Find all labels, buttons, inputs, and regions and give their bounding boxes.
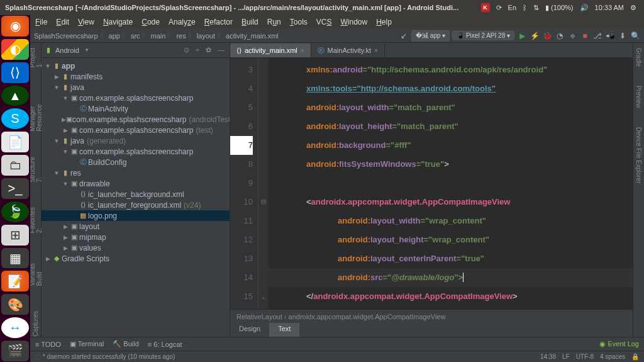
close-icon[interactable]: × [301, 47, 304, 54]
line-ending[interactable]: LF [562, 353, 570, 360]
android-studio-icon[interactable]: ▲ [1, 86, 29, 106]
vscode-icon[interactable]: ⟨⟩ [1, 62, 29, 83]
crumb[interactable]: res [176, 32, 186, 40]
menu-build[interactable]: Build [242, 18, 258, 26]
menu-vcs[interactable]: VCS [316, 18, 332, 26]
tool-resman[interactable]: Resource Manager [30, 93, 43, 132]
attach-icon[interactable]: ⎆ [567, 31, 577, 41]
menu-window[interactable]: Window [340, 18, 367, 26]
collapse-icon[interactable]: ÷ [196, 46, 199, 54]
tree-gradle[interactable]: ▶◆Gradle Scripts [42, 253, 230, 264]
tool-preview[interactable]: Preview [635, 86, 642, 108]
editor-breadcrumb[interactable]: RelativeLayout › androidx.appcompat.widg… [230, 309, 633, 323]
menu-view[interactable]: View [78, 18, 94, 26]
tree-pkg-androidtest[interactable]: ▶▣com.example.splashscreencsharp(android… [42, 114, 230, 125]
tool-captures[interactable]: Captures [32, 311, 39, 337]
clock[interactable]: 10:33 AM [595, 4, 624, 11]
gear-icon[interactable]: ✿ [206, 46, 211, 54]
mongo-icon[interactable]: 🍃 [1, 201, 29, 222]
tool-gradle[interactable]: Gradle [635, 48, 642, 67]
lang-indicator[interactable]: En [508, 4, 516, 11]
menu-tools[interactable]: Tools [290, 18, 308, 26]
lock-icon[interactable]: 🔒 [631, 353, 639, 360]
debug-icon[interactable]: 🐞 [542, 31, 552, 41]
gimp-icon[interactable]: 🎨 [1, 294, 29, 315]
media-icon[interactable]: 🎬 [1, 341, 29, 361]
skype-icon[interactable]: S [1, 108, 29, 129]
calc-icon[interactable]: ⊞ [1, 225, 29, 246]
crumb[interactable]: layout [197, 32, 215, 40]
menu-analyze[interactable]: Analyze [169, 18, 196, 26]
volume-icon[interactable]: 🔊 [580, 4, 589, 12]
design-tab[interactable]: Design [230, 323, 269, 337]
tree-pkg-test[interactable]: ▶▣com.example.splashscreencsharp(test) [42, 125, 230, 135]
tree-drawable[interactable]: ▼▣drawable [42, 178, 230, 189]
update-icon[interactable]: ⟳ [496, 4, 502, 12]
crumb[interactable]: main [151, 32, 166, 40]
network-icon[interactable]: ⇅ [533, 4, 539, 12]
tree-manifests[interactable]: ▶▮manifests [42, 71, 230, 82]
tool-project[interactable]: 1: Project [30, 48, 43, 67]
run-config[interactable]: �減 app ▾ [411, 30, 450, 42]
app-icon[interactable]: ▦ [1, 248, 29, 269]
sync-icon[interactable]: ↙ [399, 31, 409, 41]
tree-pkg-main[interactable]: ▼▣com.example.splashscreencsharp [42, 93, 230, 103]
tool-build[interactable]: 🔨 Build [113, 340, 139, 348]
chrome-icon[interactable]: ◐ [1, 39, 29, 60]
code-editor[interactable]: 345678910111213141516 ⊟⌞ xmlns:android="… [230, 58, 633, 309]
tree-buildconfig[interactable]: ⒸBuildConfig [42, 157, 230, 167]
teamviewer-icon[interactable]: ↔ [1, 317, 29, 338]
menu-code[interactable]: Code [142, 18, 160, 26]
caret-pos[interactable]: 14:38 [540, 353, 556, 360]
profile-icon[interactable]: ◔ [555, 31, 565, 41]
tree-values[interactable]: ▶▣values [42, 242, 230, 253]
text-tab[interactable]: Text [269, 323, 299, 337]
menu-refactor[interactable]: Refactor [204, 18, 233, 26]
tree-java[interactable]: ▼▮java [42, 82, 230, 93]
event-log[interactable]: ◉ Event Log [599, 340, 639, 348]
menu-navigate[interactable]: Navigate [103, 18, 133, 26]
tree-app[interactable]: ▼▮app [42, 60, 230, 71]
search-icon[interactable]: 🔍 [630, 31, 640, 41]
bluetooth-icon[interactable]: ᛒ [523, 4, 527, 11]
indent[interactable]: 4 spaces [600, 353, 625, 360]
project-header[interactable]: ▮Android▼ ⊙ ÷ ✿ — [42, 43, 230, 58]
settings-icon[interactable]: ⚙ [630, 4, 636, 12]
encoding[interactable]: UTF-8 [576, 353, 594, 360]
tree-layout[interactable]: ▶▣layout [42, 221, 230, 232]
battery-icon[interactable]: ▮(100%) [545, 4, 573, 12]
vcs-icon[interactable]: ⎇ [592, 31, 602, 41]
tree-res[interactable]: ▼▮res [42, 167, 230, 178]
tab-mainactivity[interactable]: ⓀMainActivity.kt× [311, 43, 385, 57]
run-button[interactable]: ▶ [517, 31, 527, 41]
tool-variants[interactable]: Build Variants [30, 258, 43, 286]
tool-structure[interactable]: 7: Structure [30, 157, 43, 183]
tree-mipmap[interactable]: ▶▣mipmap [42, 232, 230, 242]
libreoffice-icon[interactable]: 📝 [1, 271, 29, 291]
tree-mainactivity[interactable]: ⒸMainActivity [42, 103, 230, 114]
tab-activity-main[interactable]: ⟨⟩activity_main.xml× [230, 43, 311, 57]
tool-fav[interactable]: 2: Favorites [30, 207, 43, 233]
tool-todo[interactable]: ≡ TODO [35, 341, 61, 348]
crumb[interactable]: SplashScreencsharp [34, 32, 98, 40]
tool-logcat[interactable]: ≡ 6: Logcat [148, 341, 182, 348]
tool-terminal[interactable]: ▣ Terminal [70, 340, 104, 348]
apply-changes-icon[interactable]: ⚡ [530, 31, 540, 41]
tool-devexplorer[interactable]: Device File Explorer [635, 127, 642, 183]
menu-edit[interactable]: Edit [56, 18, 69, 26]
tree-java-gen[interactable]: ▼▮java(generated) [42, 135, 230, 146]
document-icon[interactable]: 📄 [1, 132, 29, 152]
stop-button[interactable]: ■ [580, 31, 590, 41]
menu-help[interactable]: Help [376, 18, 392, 26]
tree-pkg-gen[interactable]: ▼▣com.example.splashscreencsharp [42, 146, 230, 157]
files-icon[interactable]: 🗀 [1, 155, 29, 176]
tree-ic-bg[interactable]: ⟨⟩ic_launcher_background.xml [42, 189, 230, 200]
dash-icon[interactable]: ◉ [1, 16, 29, 37]
crumb[interactable]: src [131, 32, 140, 40]
hide-icon[interactable]: — [218, 46, 225, 54]
select-opened-icon[interactable]: ⊙ [184, 46, 189, 54]
close-icon[interactable]: × [374, 47, 378, 54]
menu-run[interactable]: Run [267, 18, 281, 26]
sdk-icon[interactable]: ⬇ [618, 31, 628, 41]
menu-file[interactable]: File [35, 18, 47, 26]
